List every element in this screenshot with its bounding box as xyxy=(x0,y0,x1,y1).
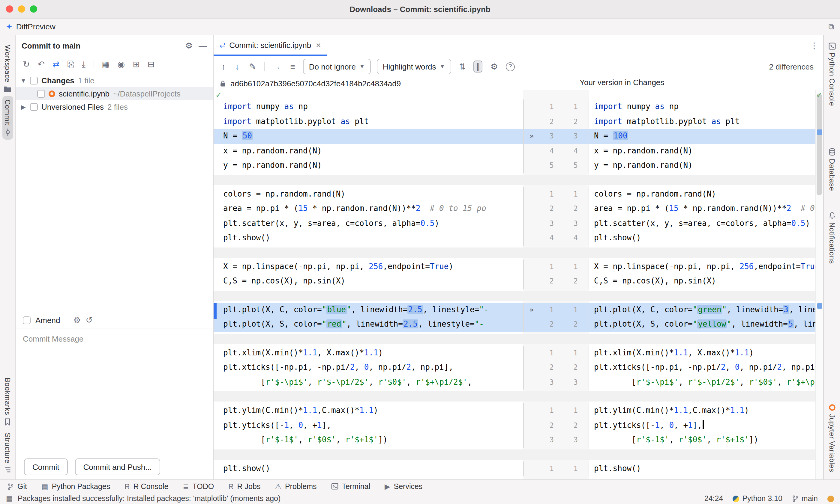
show-diff-icon[interactable]: ⇄ xyxy=(52,60,59,68)
zoom-window-button[interactable] xyxy=(30,5,37,13)
layout-options-icon[interactable]: ⧉ xyxy=(828,22,834,32)
code-line-right[interactable]: import numpy as np xyxy=(589,100,816,114)
code-line-right[interactable]: N = 100 xyxy=(589,129,816,144)
help-icon[interactable]: ? xyxy=(506,62,515,71)
gutter-spacer xyxy=(524,231,539,246)
refresh-icon[interactable]: ↻ xyxy=(23,60,30,68)
tab-options-kebab-icon[interactable]: ⋮ xyxy=(810,41,818,50)
code-line-right[interactable]: plt.ylim(C.min()*1.1,C.max()*1.1) xyxy=(589,403,816,418)
code-line-right[interactable]: plt.show() xyxy=(589,461,816,476)
commit-button[interactable]: Commit xyxy=(24,458,68,475)
code-line-right[interactable]: y = np.random.rand(N) xyxy=(589,158,816,173)
amend-settings-gear-icon[interactable]: ⚙ xyxy=(73,315,81,325)
scrollbar-thumb[interactable] xyxy=(817,93,822,195)
tool-strip-item-structure[interactable]: Structure xyxy=(2,429,13,477)
apply-change-chevron-icon[interactable]: » xyxy=(524,302,539,317)
tool-strip-item-commit[interactable]: Commit xyxy=(2,95,13,139)
file-checkbox[interactable] xyxy=(37,90,45,97)
rollback-icon[interactable]: ↶ xyxy=(37,60,45,68)
minimize-window-button[interactable] xyxy=(18,5,25,13)
commit-options-gear-icon[interactable]: ⚙ xyxy=(185,41,193,50)
tool-window-button-python-packages[interactable]: ▤Python Packages xyxy=(41,482,110,490)
tab-commit-diff[interactable]: ⇄ Commit: scientific.ipynb × xyxy=(213,35,327,56)
code-line-right[interactable]: colors = np.random.rand(N) xyxy=(589,187,816,201)
change-marker[interactable] xyxy=(817,129,822,135)
tool-strip-item-python-console[interactable]: Python Console xyxy=(826,39,837,110)
unversioned-checkbox[interactable] xyxy=(30,103,38,111)
hide-panel-icon[interactable]: — xyxy=(199,41,207,50)
previous-change-icon[interactable]: ↑ xyxy=(220,61,227,72)
code-line-right[interactable]: plt.xticks([-np.pi, -np.pi/2, 0, np.pi/2… xyxy=(589,360,816,375)
preview-diff-icon[interactable]: ◉ xyxy=(118,60,125,68)
code-line-right[interactable]: C,S = np.cos(X), np.sin(X) xyxy=(589,274,816,289)
tool-window-button-git[interactable]: Git xyxy=(7,482,27,490)
code-line-right[interactable]: import matplotlib.pyplot as plt xyxy=(589,114,816,129)
code-token: x = np.random.rand(N) xyxy=(594,146,693,155)
caret-position[interactable]: 24:24 xyxy=(704,494,723,503)
chevron-right-icon[interactable]: ▶ xyxy=(20,103,27,110)
collapse-unchanged-icon[interactable]: ⇅ xyxy=(457,61,467,72)
project-widget[interactable]: DiffPreview xyxy=(16,22,55,31)
go-to-change-icon[interactable]: → xyxy=(270,61,282,72)
tool-window-button-r-jobs[interactable]: RR Jobs xyxy=(228,482,260,490)
git-branch-widget[interactable]: main xyxy=(792,494,818,503)
interpreter-widget[interactable]: Python 3.10 xyxy=(733,494,782,503)
code-line-left: N = 50 xyxy=(213,129,523,144)
notification-indicator[interactable] xyxy=(827,495,834,502)
expand-all-icon[interactable]: ⊞ xyxy=(133,60,139,68)
ignore-policy-dropdown[interactable]: Do not ignore▼ xyxy=(303,59,371,74)
tool-window-button-services[interactable]: ▶Services xyxy=(384,482,423,490)
changes-group-row[interactable]: ▼ Changes 1 file xyxy=(16,74,213,87)
tool-strip-item-bookmarks[interactable]: Bookmarks xyxy=(2,374,13,429)
tool-window-button-problems[interactable]: ⚠Problems xyxy=(275,482,316,490)
code-line-right[interactable]: area = np.pi * (15 * np.random.rand(N))*… xyxy=(589,201,816,216)
file-path: ~/DataspellProjects xyxy=(113,89,181,98)
jump-to-source-icon[interactable]: ✎ xyxy=(247,61,258,72)
next-change-icon[interactable]: ↓ xyxy=(234,61,241,72)
tool-window-switcher-icon[interactable]: ▦ xyxy=(6,495,13,502)
code-line-right[interactable]: plt.plot(X, C, color="green", linewidth=… xyxy=(589,302,816,317)
code-line-right[interactable]: plt.yticks([-1, 0, +1], xyxy=(589,418,816,433)
tool-strip-item-jupyter-variables[interactable]: Jupyter Variables xyxy=(826,400,837,476)
unversioned-group-row[interactable]: ▶ Unversioned Files 2 files xyxy=(16,100,213,113)
code-line-right[interactable]: plt.scatter(x, y, s=area, c=colors, alph… xyxy=(589,216,816,231)
shelve-icon[interactable]: ⤓ xyxy=(82,60,86,68)
diff-scrollbar[interactable] xyxy=(816,90,823,480)
tool-strip-item-database[interactable]: Database xyxy=(826,144,837,195)
code-line-right[interactable]: x = np.random.rand(N) xyxy=(589,144,816,158)
changed-file-row[interactable]: scientific.ipynb ~/DataspellProjects xyxy=(16,87,213,100)
collapse-all-icon[interactable]: ⊟ xyxy=(148,60,154,68)
highlight-policy-dropdown[interactable]: Highlight words▼ xyxy=(377,59,451,74)
commit-and-push-button[interactable]: Commit and Push... xyxy=(75,458,160,475)
group-by-icon[interactable]: ▦ xyxy=(102,60,109,68)
code-line-right[interactable]: plt.show() xyxy=(589,231,816,246)
tool-window-bar: Git▤Python PackagesRR Console≣TODORR Job… xyxy=(0,480,840,492)
apply-change-chevron-icon[interactable]: » xyxy=(524,129,539,144)
changes-checkbox[interactable] xyxy=(30,76,38,84)
tool-window-button-terminal[interactable]: Terminal xyxy=(331,482,371,490)
code-line-right[interactable]: [r'$-1$', r'$0$', r'$+1$']) xyxy=(589,433,816,447)
tool-window-button-todo[interactable]: ≣TODO xyxy=(183,482,214,490)
code-line-right[interactable]: plt.xlim(X.min()*1.1, X.max()*1.1) xyxy=(589,345,816,360)
code-token: r'$+1$' xyxy=(716,435,749,444)
commit-history-icon[interactable]: ↺ xyxy=(86,315,93,325)
close-window-button[interactable] xyxy=(6,5,13,13)
diff-gutter: 11 xyxy=(523,461,589,476)
chevron-down-icon[interactable]: ▼ xyxy=(20,77,27,84)
tool-strip-item-notifications[interactable]: Notifications xyxy=(826,208,837,267)
compare-options-icon[interactable]: ≡ xyxy=(288,61,297,72)
sync-scrolling-icon[interactable]: ∥ xyxy=(474,60,483,73)
close-tab-icon[interactable]: × xyxy=(316,40,321,50)
tool-window-button-r-console[interactable]: RR Console xyxy=(124,482,168,490)
copy-icon[interactable]: ⎘ xyxy=(67,60,74,68)
diff-settings-icon[interactable]: ⚙ xyxy=(489,61,500,72)
commit-message-input[interactable]: Commit Message xyxy=(16,328,213,454)
tool-strip-item-workspace[interactable]: Workspace xyxy=(2,41,13,95)
change-marker[interactable] xyxy=(817,303,822,309)
code-line-right[interactable]: [r'$-\pi$', r'$-\pi/2$', r'$0$', r'$+\pi… xyxy=(589,375,816,390)
change-marker[interactable] xyxy=(213,303,217,319)
amend-checkbox[interactable] xyxy=(23,316,31,324)
code-line-right[interactable]: plt.plot(X, S, color="yellow", linewidth… xyxy=(589,317,816,332)
code-token: plt.plot(X, C, color= xyxy=(594,305,693,314)
code-line-right[interactable]: X = np.linspace(-np.pi, np.pi, 256,endpo… xyxy=(589,259,816,274)
